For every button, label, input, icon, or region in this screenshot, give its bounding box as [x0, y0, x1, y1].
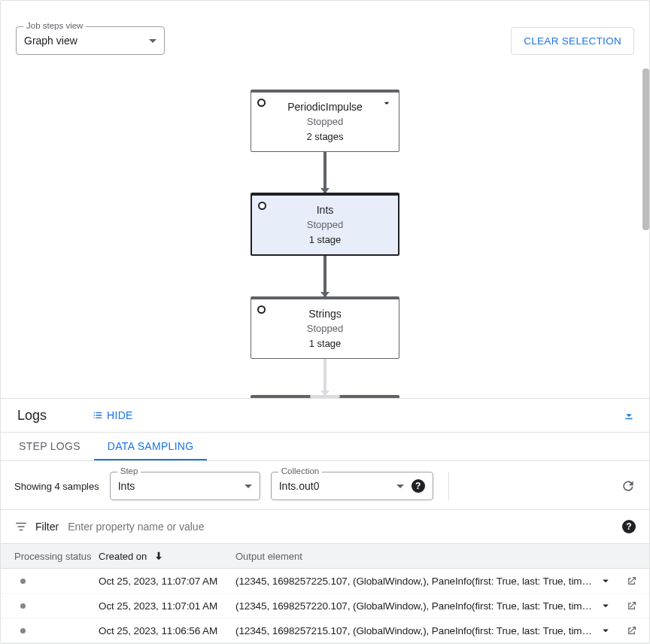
- top-bar: Job steps view Graph view CLEAR SELECTIO…: [1, 1, 649, 68]
- node-title: Ints: [257, 203, 393, 217]
- help-icon[interactable]: ?: [412, 479, 425, 493]
- tab-step-logs[interactable]: STEP LOGS: [5, 433, 94, 460]
- job-steps-view-select[interactable]: Graph view: [16, 26, 165, 55]
- col-output-element[interactable]: Output element: [235, 551, 646, 562]
- open-external-icon[interactable]: [626, 625, 637, 636]
- row-output-cell: (12345, 1698257220.107, (GlobalWindow,),…: [235, 600, 599, 612]
- help-icon[interactable]: ?: [622, 520, 636, 533]
- scrollbar-thumb[interactable]: [642, 68, 649, 230]
- row-actions: [599, 574, 646, 588]
- col-created-label: Created on: [99, 551, 147, 562]
- step-field: Step Ints: [110, 472, 260, 500]
- sampling-controls: Showing 4 samples Step Ints Collection I…: [1, 461, 649, 510]
- col-processing-status[interactable]: Processing status: [14, 551, 99, 562]
- clear-selection-button[interactable]: CLEAR SELECTION: [511, 27, 634, 55]
- node-title: PeriodicImpulse: [256, 100, 394, 114]
- hide-logs-button[interactable]: HIDE: [92, 409, 133, 421]
- page-root: Job steps view Graph view CLEAR SELECTIO…: [0, 0, 650, 644]
- open-external-icon[interactable]: [626, 576, 637, 587]
- job-steps-view-field: Job steps view Graph view: [16, 26, 165, 55]
- table-row[interactable]: Oct 25, 2023, 11:07:07 AM(12345, 1698257…: [1, 569, 649, 594]
- tab-data-sampling[interactable]: DATA SAMPLING: [94, 433, 208, 460]
- collapse-panel-icon[interactable]: [622, 409, 636, 422]
- table-header: Processing status Created on Output elem…: [1, 544, 649, 569]
- row-output-cell: (12345, 1698257215.107, (GlobalWindow,),…: [235, 625, 599, 636]
- row-status-cell: [14, 628, 99, 633]
- chevron-down-icon: [149, 39, 156, 43]
- job-steps-view-value: Graph view: [24, 35, 77, 47]
- collection-field: Collection Ints.out0 ?: [271, 472, 433, 500]
- chevron-down-icon: [245, 485, 252, 488]
- graph-column: PeriodicImpulse Stopped 2 stages Ints St…: [250, 90, 400, 398]
- hide-label: HIDE: [107, 409, 133, 421]
- logs-title: Logs: [17, 408, 47, 424]
- sample-count-label: Showing 4 samples: [14, 481, 99, 492]
- row-actions: [599, 624, 646, 637]
- expand-row-chevron-down-icon[interactable]: [599, 624, 612, 637]
- graph-edge: [323, 152, 327, 193]
- graph-node-periodicimpulse[interactable]: PeriodicImpulse Stopped 2 stages: [251, 90, 399, 152]
- row-output-cell: (12345, 1698257225.107, (GlobalWindow,),…: [235, 576, 599, 587]
- graph-node-strings[interactable]: Strings Stopped 1 stage: [251, 296, 399, 359]
- status-dot-icon: [20, 628, 26, 633]
- node-stages: 1 stage: [256, 337, 394, 351]
- filter-icon: [14, 520, 28, 533]
- svg-rect-0: [626, 418, 633, 420]
- collection-value: Ints.out0: [279, 480, 320, 492]
- filter-input[interactable]: [66, 518, 615, 536]
- row-created-cell: Oct 25, 2023, 11:06:56 AM: [99, 625, 235, 636]
- status-stopped-icon: [257, 99, 266, 107]
- node-state: Stopped: [257, 218, 393, 232]
- node-state: Stopped: [256, 115, 394, 129]
- table-body: Oct 25, 2023, 11:07:07 AM(12345, 1698257…: [1, 569, 649, 644]
- row-created-cell: Oct 25, 2023, 11:07:07 AM: [99, 576, 235, 587]
- step-label: Step: [117, 466, 141, 475]
- expand-row-chevron-down-icon[interactable]: [599, 574, 612, 588]
- list-icon: [92, 409, 104, 421]
- refresh-button[interactable]: [621, 478, 636, 494]
- job-steps-view-label: Job steps view: [23, 21, 86, 30]
- node-title: Strings: [256, 307, 394, 320]
- status-stopped-icon: [257, 305, 266, 314]
- node-stages: 2 stages: [256, 130, 394, 144]
- filter-label: Filter: [35, 521, 59, 533]
- property-filter-bar: Filter ?: [1, 510, 649, 544]
- panel-resize-handle[interactable]: [310, 395, 340, 398]
- step-select[interactable]: Ints: [110, 472, 260, 500]
- status-dot-icon: [20, 579, 26, 584]
- graph-edge-faded: [323, 359, 327, 395]
- row-status-cell: [14, 579, 99, 584]
- step-value: Ints: [118, 480, 135, 492]
- table-row[interactable]: Oct 25, 2023, 11:07:01 AM(12345, 1698257…: [1, 594, 649, 618]
- status-dot-icon: [20, 603, 26, 609]
- status-stopped-icon: [258, 202, 266, 210]
- node-stages: 1 stage: [257, 233, 393, 247]
- row-status-cell: [14, 603, 99, 609]
- logs-header: Logs HIDE: [1, 398, 649, 433]
- graph-node-ints[interactable]: Ints Stopped 1 stage: [251, 193, 399, 256]
- expand-row-chevron-down-icon[interactable]: [599, 599, 612, 612]
- row-created-cell: Oct 25, 2023, 11:07:01 AM: [99, 600, 235, 612]
- open-external-icon[interactable]: [626, 600, 637, 612]
- graph-area[interactable]: PeriodicImpulse Stopped 2 stages Ints St…: [1, 68, 649, 398]
- table-row[interactable]: Oct 25, 2023, 11:06:56 AM(12345, 1698257…: [1, 618, 649, 643]
- logs-tabs: STEP LOGS DATA SAMPLING: [1, 433, 649, 461]
- chevron-down-icon: [396, 485, 404, 488]
- node-state: Stopped: [256, 322, 394, 336]
- row-actions: [599, 599, 646, 612]
- collection-select[interactable]: Ints.out0 ?: [271, 472, 433, 500]
- graph-edge: [323, 256, 327, 296]
- collection-label: Collection: [278, 466, 323, 475]
- col-created-on[interactable]: Created on: [99, 550, 235, 562]
- expand-node-chevron-down-icon[interactable]: [381, 97, 393, 109]
- sort-desc-icon: [153, 550, 165, 562]
- divider: [448, 472, 449, 500]
